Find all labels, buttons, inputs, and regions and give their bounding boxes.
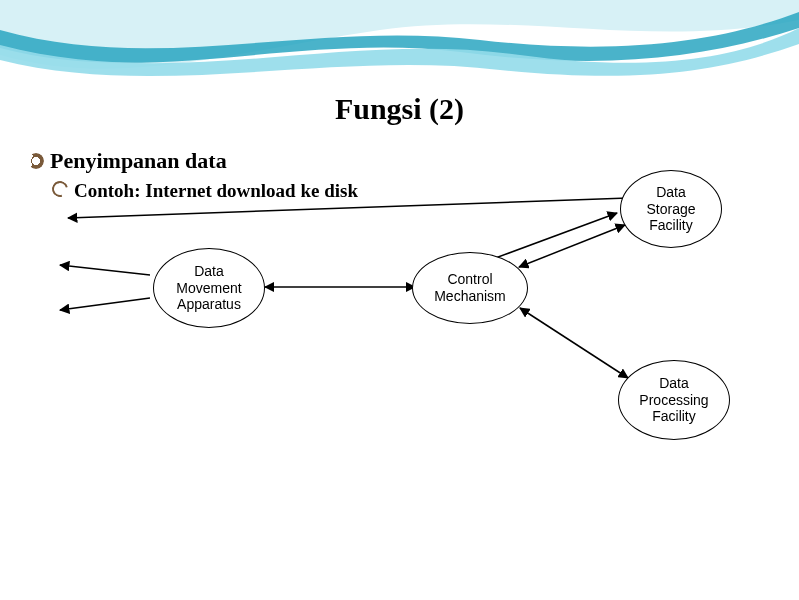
node-label: DataStorageFacility — [646, 184, 695, 234]
node-label: DataProcessingFacility — [639, 375, 708, 425]
svg-line-0 — [68, 198, 628, 218]
node-label: DataMovementApparatus — [176, 263, 241, 313]
node-data-movement: DataMovementApparatus — [153, 248, 265, 328]
node-data-processing: DataProcessingFacility — [618, 360, 730, 440]
svg-line-6 — [520, 308, 628, 378]
node-control-mechanism: ControlMechanism — [412, 252, 528, 324]
diagram-connectors — [0, 0, 799, 600]
node-label: ControlMechanism — [434, 271, 506, 305]
svg-line-5 — [519, 225, 625, 267]
node-data-storage: DataStorageFacility — [620, 170, 722, 248]
svg-line-2 — [60, 265, 150, 275]
svg-line-3 — [60, 298, 150, 310]
